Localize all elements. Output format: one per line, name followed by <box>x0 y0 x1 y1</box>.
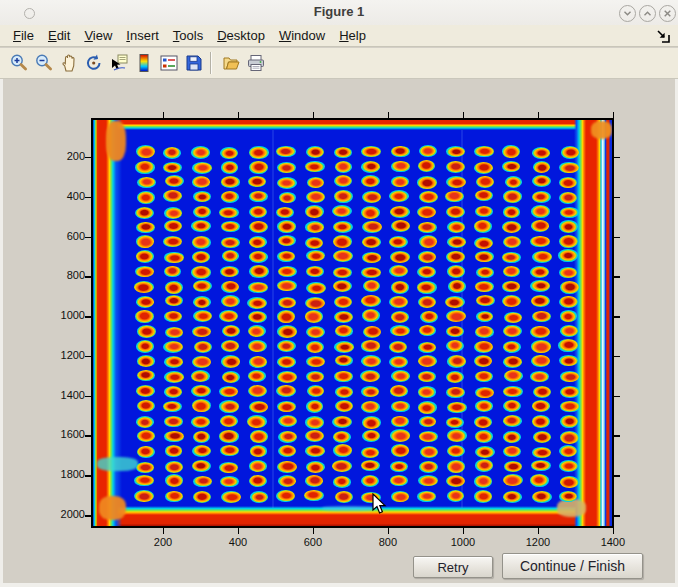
array-spot <box>418 296 436 308</box>
array-spot <box>531 460 551 471</box>
array-spot <box>305 205 324 218</box>
save-button[interactable] <box>181 50 206 76</box>
array-spot <box>418 355 437 367</box>
array-spot <box>475 371 494 382</box>
array-spot <box>474 220 492 233</box>
array-spot <box>560 310 578 321</box>
array-spot <box>503 431 521 443</box>
array-spot <box>220 415 238 427</box>
menu-file[interactable]: File <box>6 26 41 45</box>
array-spot <box>390 461 408 472</box>
dock-figure-arrow-icon[interactable] <box>656 29 670 43</box>
data-cursor-button[interactable] <box>106 50 131 76</box>
rotate-3d-button[interactable] <box>81 50 106 76</box>
zoom-out-button[interactable] <box>31 50 56 76</box>
array-spot <box>334 190 352 203</box>
array-spot <box>503 386 523 398</box>
array-spot <box>278 415 296 427</box>
menu-help[interactable]: Help <box>332 26 373 45</box>
array-spot <box>219 462 238 473</box>
array-spot <box>389 236 408 248</box>
array-spot <box>249 146 269 158</box>
array-spot <box>163 401 182 412</box>
array-spot <box>559 460 578 472</box>
array-spot <box>277 401 296 412</box>
plot-axes[interactable] <box>91 118 614 528</box>
titlebar[interactable]: Figure 1 <box>0 0 678 26</box>
y-tick <box>85 435 91 437</box>
colorbar-button[interactable] <box>131 50 156 76</box>
array-spot <box>418 371 436 382</box>
array-spot <box>333 221 353 233</box>
menu-view[interactable]: View <box>77 26 119 45</box>
print-button[interactable] <box>243 50 268 76</box>
array-spot <box>335 491 353 504</box>
array-spot <box>504 312 522 323</box>
y-tick-label: 1400 <box>45 389 85 401</box>
array-spot <box>502 252 521 263</box>
array-spot <box>249 356 268 368</box>
rotate-3d-icon <box>84 53 104 73</box>
array-spot <box>390 251 410 263</box>
maximize-button[interactable] <box>639 5 656 22</box>
menu-insert[interactable]: Insert <box>119 26 166 45</box>
open-button[interactable] <box>218 50 243 76</box>
array-spot <box>164 416 183 428</box>
array-spot <box>136 385 155 396</box>
x-tick-top <box>163 112 165 118</box>
array-spot <box>137 191 155 204</box>
array-spot <box>361 447 379 458</box>
array-spot <box>560 386 580 398</box>
array-spot <box>418 222 437 234</box>
menu-tools[interactable]: Tools <box>166 26 210 45</box>
y-tick-right <box>614 237 620 239</box>
array-spot <box>191 266 211 279</box>
close-button[interactable] <box>659 5 676 22</box>
array-spot <box>278 266 298 277</box>
array-spot <box>250 491 268 503</box>
array-spot <box>277 340 297 353</box>
retry-button[interactable]: Retry <box>413 556 493 578</box>
array-spot <box>363 326 382 338</box>
array-spot <box>502 161 520 172</box>
array-spot <box>333 444 352 457</box>
array-spot <box>306 356 325 367</box>
continue-finish-button[interactable]: Continue / Finish <box>502 553 643 579</box>
x-tick-top <box>538 112 540 118</box>
array-spot <box>502 295 522 307</box>
array-spot <box>475 459 494 471</box>
array-spot <box>306 282 326 294</box>
array-spot <box>276 490 294 502</box>
array-spot <box>164 311 183 322</box>
array-spot <box>474 355 492 367</box>
zoom-in-button[interactable] <box>6 50 31 76</box>
array-spot <box>419 325 437 336</box>
array-spot <box>361 295 381 307</box>
window-bottom-border <box>0 583 678 587</box>
array-spot <box>222 250 240 262</box>
minimize-button[interactable] <box>619 5 636 22</box>
array-spot <box>219 207 239 219</box>
x-tick-top <box>388 112 390 118</box>
array-spot <box>530 266 549 278</box>
pan-button[interactable] <box>56 50 81 76</box>
scan-image[interactable] <box>93 120 612 526</box>
y-tick <box>85 396 91 398</box>
array-spot <box>475 446 495 458</box>
array-spot <box>390 475 408 487</box>
array-spot <box>164 207 182 219</box>
y-tick-right <box>614 157 620 159</box>
legend-button[interactable] <box>156 50 181 76</box>
array-spot <box>247 297 267 309</box>
array-spot <box>221 295 239 307</box>
array-spot <box>136 235 154 248</box>
array-spot <box>250 445 268 456</box>
array-spot <box>531 205 550 218</box>
menu-desktop[interactable]: Desktop <box>210 26 272 45</box>
array-spot <box>220 147 238 159</box>
menu-edit[interactable]: Edit <box>41 26 77 45</box>
array-spot <box>304 490 324 501</box>
array-spot <box>391 370 409 382</box>
array-spot <box>559 235 578 248</box>
menu-window[interactable]: Window <box>272 26 332 45</box>
